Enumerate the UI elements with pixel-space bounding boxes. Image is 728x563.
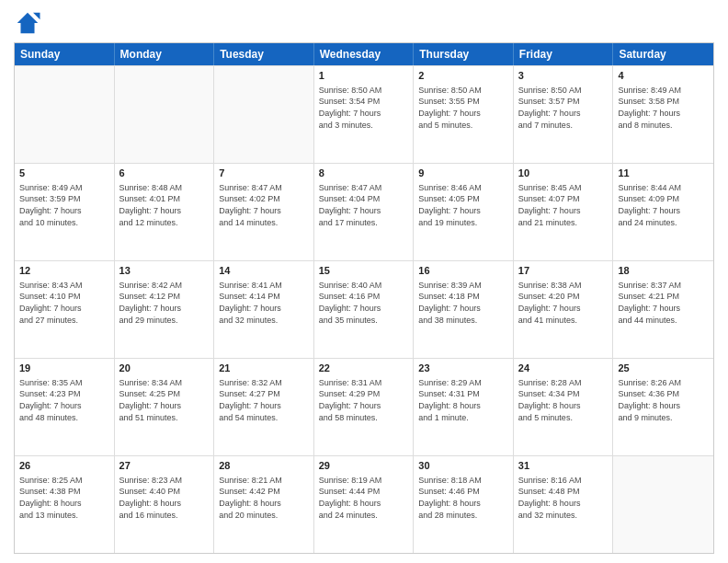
day-info: Sunrise: 8:43 AM Sunset: 4:10 PM Dayligh… [19, 280, 109, 326]
day-number: 28 [219, 459, 309, 473]
day-info: Sunrise: 8:45 AM Sunset: 4:07 PM Dayligh… [518, 182, 609, 228]
day-number: 14 [219, 264, 309, 278]
calendar-cell: 3Sunrise: 8:50 AM Sunset: 3:57 PM Daylig… [514, 66, 614, 163]
calendar-cell [613, 456, 713, 553]
day-info: Sunrise: 8:32 AM Sunset: 4:27 PM Dayligh… [219, 377, 309, 423]
calendar-cell: 20Sunrise: 8:34 AM Sunset: 4:25 PM Dayli… [115, 359, 215, 455]
day-number: 16 [418, 264, 508, 278]
day-info: Sunrise: 8:16 AM Sunset: 4:48 PM Dayligh… [518, 475, 609, 521]
weekday-header: Saturday [613, 43, 713, 65]
calendar-cell: 26Sunrise: 8:25 AM Sunset: 4:38 PM Dayli… [15, 456, 115, 553]
calendar-row: 19Sunrise: 8:35 AM Sunset: 4:23 PM Dayli… [15, 358, 713, 455]
day-number: 8 [319, 167, 409, 180]
day-info: Sunrise: 8:29 AM Sunset: 4:31 PM Dayligh… [418, 377, 508, 423]
calendar-cell: 13Sunrise: 8:42 AM Sunset: 4:12 PM Dayli… [115, 261, 215, 358]
calendar-cell: 27Sunrise: 8:23 AM Sunset: 4:40 PM Dayli… [115, 456, 215, 553]
day-info: Sunrise: 8:19 AM Sunset: 4:44 PM Dayligh… [319, 475, 409, 521]
day-info: Sunrise: 8:21 AM Sunset: 4:42 PM Dayligh… [219, 475, 309, 521]
day-info: Sunrise: 8:50 AM Sunset: 3:55 PM Dayligh… [418, 85, 508, 131]
day-number: 4 [618, 69, 709, 83]
calendar-cell: 11Sunrise: 8:44 AM Sunset: 4:09 PM Dayli… [613, 164, 713, 260]
day-info: Sunrise: 8:50 AM Sunset: 3:54 PM Dayligh… [319, 85, 409, 131]
day-info: Sunrise: 8:50 AM Sunset: 3:57 PM Dayligh… [518, 85, 609, 131]
calendar-row: 5Sunrise: 8:49 AM Sunset: 3:59 PM Daylig… [15, 163, 713, 260]
day-number: 6 [119, 167, 210, 180]
calendar-cell: 22Sunrise: 8:31 AM Sunset: 4:29 PM Dayli… [314, 359, 415, 455]
day-number: 5 [19, 167, 109, 180]
calendar-cell: 28Sunrise: 8:21 AM Sunset: 4:42 PM Dayli… [214, 456, 314, 553]
calendar-cell: 1Sunrise: 8:50 AM Sunset: 3:54 PM Daylig… [314, 66, 415, 163]
weekday-header: Tuesday [214, 43, 314, 65]
calendar-cell: 17Sunrise: 8:38 AM Sunset: 4:20 PM Dayli… [514, 261, 614, 358]
day-info: Sunrise: 8:18 AM Sunset: 4:46 PM Dayligh… [418, 475, 508, 521]
calendar-cell: 6Sunrise: 8:48 AM Sunset: 4:01 PM Daylig… [115, 164, 215, 260]
calendar-cell: 29Sunrise: 8:19 AM Sunset: 4:44 PM Dayli… [314, 456, 415, 553]
day-info: Sunrise: 8:28 AM Sunset: 4:34 PM Dayligh… [518, 377, 609, 423]
day-info: Sunrise: 8:34 AM Sunset: 4:25 PM Dayligh… [119, 377, 210, 423]
day-info: Sunrise: 8:37 AM Sunset: 4:21 PM Dayligh… [618, 280, 709, 326]
header [14, 9, 714, 37]
svg-marker-1 [33, 13, 40, 20]
day-number: 27 [119, 459, 210, 473]
weekday-header: Sunday [15, 43, 115, 65]
calendar-cell: 21Sunrise: 8:32 AM Sunset: 4:27 PM Dayli… [214, 359, 314, 455]
day-info: Sunrise: 8:35 AM Sunset: 4:23 PM Dayligh… [19, 377, 109, 423]
day-number: 15 [319, 264, 409, 278]
calendar-cell: 10Sunrise: 8:45 AM Sunset: 4:07 PM Dayli… [514, 164, 614, 260]
day-number: 1 [319, 69, 409, 83]
calendar-header: SundayMondayTuesdayWednesdayThursdayFrid… [15, 43, 713, 65]
day-number: 24 [518, 362, 609, 375]
day-number: 3 [518, 69, 609, 83]
day-number: 20 [119, 362, 210, 375]
day-info: Sunrise: 8:23 AM Sunset: 4:40 PM Dayligh… [119, 475, 210, 521]
calendar-cell: 23Sunrise: 8:29 AM Sunset: 4:31 PM Dayli… [414, 359, 514, 455]
day-number: 7 [219, 167, 309, 180]
calendar-cell [15, 66, 115, 163]
day-info: Sunrise: 8:39 AM Sunset: 4:18 PM Dayligh… [418, 280, 508, 326]
day-number: 13 [119, 264, 210, 278]
day-number: 11 [618, 167, 709, 180]
calendar-cell: 16Sunrise: 8:39 AM Sunset: 4:18 PM Dayli… [414, 261, 514, 358]
day-number: 23 [418, 362, 508, 375]
day-number: 25 [618, 362, 709, 375]
calendar-cell [115, 66, 215, 163]
day-info: Sunrise: 8:47 AM Sunset: 4:02 PM Dayligh… [219, 182, 309, 228]
day-number: 19 [19, 362, 109, 375]
day-info: Sunrise: 8:46 AM Sunset: 4:05 PM Dayligh… [418, 182, 508, 228]
page: SundayMondayTuesdayWednesdayThursdayFrid… [0, 0, 728, 563]
day-info: Sunrise: 8:48 AM Sunset: 4:01 PM Dayligh… [119, 182, 210, 228]
calendar: SundayMondayTuesdayWednesdayThursdayFrid… [14, 42, 714, 554]
calendar-cell: 24Sunrise: 8:28 AM Sunset: 4:34 PM Dayli… [514, 359, 614, 455]
calendar-cell [214, 66, 314, 163]
day-number: 29 [319, 459, 409, 473]
weekday-header: Wednesday [314, 43, 415, 65]
day-number: 22 [319, 362, 409, 375]
day-info: Sunrise: 8:49 AM Sunset: 3:58 PM Dayligh… [618, 85, 709, 131]
day-number: 17 [518, 264, 609, 278]
calendar-cell: 19Sunrise: 8:35 AM Sunset: 4:23 PM Dayli… [15, 359, 115, 455]
day-info: Sunrise: 8:40 AM Sunset: 4:16 PM Dayligh… [319, 280, 409, 326]
calendar-cell: 15Sunrise: 8:40 AM Sunset: 4:16 PM Dayli… [314, 261, 415, 358]
day-info: Sunrise: 8:38 AM Sunset: 4:20 PM Dayligh… [518, 280, 609, 326]
day-info: Sunrise: 8:41 AM Sunset: 4:14 PM Dayligh… [219, 280, 309, 326]
day-number: 18 [618, 264, 709, 278]
calendar-cell: 25Sunrise: 8:26 AM Sunset: 4:36 PM Dayli… [613, 359, 713, 455]
weekday-header: Thursday [414, 43, 514, 65]
calendar-cell: 9Sunrise: 8:46 AM Sunset: 4:05 PM Daylig… [414, 164, 514, 260]
day-info: Sunrise: 8:44 AM Sunset: 4:09 PM Dayligh… [618, 182, 709, 228]
svg-marker-0 [17, 13, 39, 34]
calendar-cell: 8Sunrise: 8:47 AM Sunset: 4:04 PM Daylig… [314, 164, 415, 260]
day-number: 9 [418, 167, 508, 180]
day-info: Sunrise: 8:42 AM Sunset: 4:12 PM Dayligh… [119, 280, 210, 326]
day-info: Sunrise: 8:31 AM Sunset: 4:29 PM Dayligh… [319, 377, 409, 423]
day-number: 31 [518, 459, 609, 473]
day-number: 10 [518, 167, 609, 180]
calendar-cell: 2Sunrise: 8:50 AM Sunset: 3:55 PM Daylig… [414, 66, 514, 163]
logo-icon [14, 9, 41, 37]
day-number: 12 [19, 264, 109, 278]
day-info: Sunrise: 8:26 AM Sunset: 4:36 PM Dayligh… [618, 377, 709, 423]
day-number: 26 [19, 459, 109, 473]
calendar-cell: 31Sunrise: 8:16 AM Sunset: 4:48 PM Dayli… [514, 456, 614, 553]
day-number: 2 [418, 69, 508, 83]
day-info: Sunrise: 8:47 AM Sunset: 4:04 PM Dayligh… [319, 182, 409, 228]
